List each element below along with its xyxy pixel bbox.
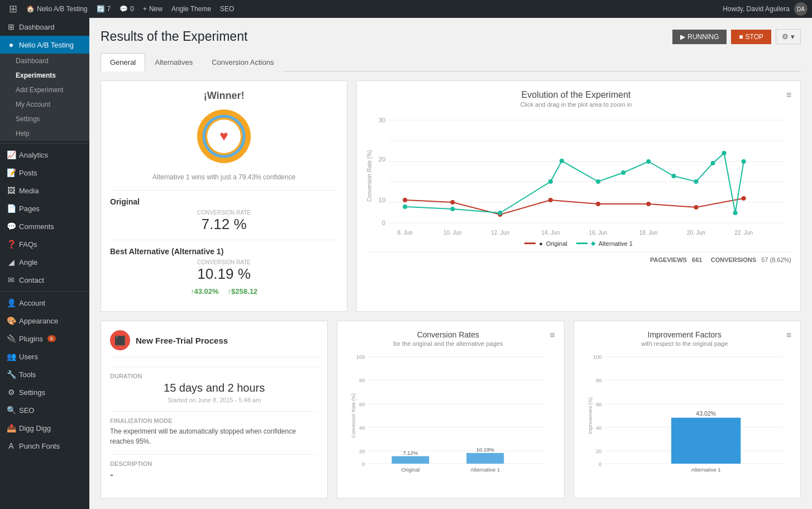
account-icon: 👤	[7, 298, 16, 307]
svg-text:80: 80	[359, 377, 365, 383]
running-button[interactable]: ▶ RUNNING	[672, 30, 727, 44]
sidebar-item-sub-my-account[interactable]: My Account	[0, 97, 89, 112]
svg-text:10: 10	[379, 197, 385, 203]
home-icon: 🏠	[26, 5, 35, 13]
tab-alternatives[interactable]: Alternatives	[145, 53, 202, 72]
evolution-chart-menu-icon[interactable]: ≡	[786, 90, 791, 100]
best-alt-section: Best Alternative (Alternative 1) CONVERS…	[110, 240, 338, 296]
sidebar-item-nelio[interactable]: ● Nelio A/B Testing	[0, 36, 89, 54]
sidebar-item-sub-dashboard[interactable]: Dashboard	[0, 54, 89, 68]
sidebar-item-sub-help[interactable]: Help	[0, 126, 89, 141]
svg-text:♥: ♥	[219, 127, 228, 144]
svg-point-33	[498, 211, 503, 215]
pages-icon: 📄	[7, 204, 16, 213]
svg-point-26	[548, 198, 553, 202]
improvement-menu-icon[interactable]: ≡	[786, 330, 791, 340]
nelio-icon: ●	[7, 40, 16, 49]
svg-point-44	[742, 159, 746, 164]
winner-subtitle: Alternative 1 wins with just a 79.43% co…	[110, 173, 338, 181]
sidebar-item-plugins[interactable]: 🔌 Plugins 6	[0, 330, 89, 348]
winner-card: ¡Winner! ♥ Alternative 1 wins with jus	[101, 80, 347, 312]
plus-icon: +	[143, 5, 147, 13]
evolution-chart-card: Evolution of the Experiment Click and dr…	[356, 80, 801, 312]
stop-button[interactable]: ■ STOP	[731, 30, 771, 44]
updates-button[interactable]: 🔄 7	[92, 0, 116, 18]
sidebar-item-digg-digg[interactable]: 📤 Digg Digg	[0, 419, 89, 437]
sidebar-item-sub-settings[interactable]: Settings	[0, 112, 89, 126]
user-avatar[interactable]: DA	[794, 2, 808, 16]
header-actions: ▶ RUNNING ■ STOP ⚙ ▾	[672, 29, 801, 44]
sidebar-item-posts[interactable]: 📝 Posts	[0, 164, 89, 182]
sidebar-item-sub-add-experiment[interactable]: Add Experiment	[0, 83, 89, 97]
svg-text:100: 100	[593, 354, 601, 360]
original-conv-label: CONVERSION RATE	[110, 210, 338, 216]
svg-text:80: 80	[596, 377, 602, 383]
svg-text:43.02%: 43.02%	[696, 410, 716, 417]
sidebar-item-appearance[interactable]: 🎨 Appearance	[0, 312, 89, 330]
sidebar-item-account[interactable]: 👤 Account	[0, 294, 89, 312]
svg-point-36	[596, 179, 600, 184]
sidebar-item-dashboard[interactable]: ⊞ Dashboard	[0, 18, 89, 36]
sidebar-item-pages[interactable]: 📄 Pages	[0, 199, 89, 217]
svg-text:Alternative 1: Alternative 1	[691, 467, 720, 473]
theme-button[interactable]: Angle Theme	[167, 0, 216, 18]
sidebar-item-media[interactable]: 🖼 Media	[0, 182, 89, 199]
admin-bar: ⊞ 🏠 Nelio A/B Testing 🔄 7 💬 0 + New Angl…	[0, 0, 812, 18]
svg-text:40: 40	[359, 425, 365, 431]
sidebar-item-contact[interactable]: ✉ Contact	[0, 271, 89, 289]
info-card-header: ⬛ New Free-Trial Process	[110, 330, 318, 358]
svg-text:18. Jun: 18. Jun	[639, 230, 658, 236]
sidebar-item-seo[interactable]: 🔍 SEO	[0, 401, 89, 419]
best-alt-conv-label: CONVERSION RATE	[110, 259, 338, 265]
svg-text:100: 100	[356, 354, 365, 360]
seo-icon: 🔍	[7, 406, 16, 415]
svg-text:40: 40	[596, 425, 602, 431]
posts-icon: 📝	[7, 168, 16, 177]
updates-icon: 🔄	[97, 5, 105, 13]
new-content-button[interactable]: + New	[138, 0, 167, 18]
settings-icon: ⚙	[7, 388, 16, 397]
finalization-label: Finalization Mode	[110, 411, 318, 424]
svg-text:20. Jun: 20. Jun	[687, 230, 705, 236]
svg-text:7.12%: 7.12%	[403, 450, 419, 456]
chevron-down-icon: ▾	[791, 32, 795, 41]
sidebar-item-settings[interactable]: ⚙ Settings	[0, 383, 89, 401]
svg-point-23	[403, 198, 407, 202]
svg-text:Improvement (%): Improvement (%)	[587, 397, 593, 434]
tab-general[interactable]: General	[101, 53, 145, 72]
finalization-text: The experiment will be automatically sto…	[110, 426, 318, 446]
sidebar-item-angle[interactable]: ◢ Angle	[0, 253, 89, 271]
duration-value: 15 days and 2 hours	[110, 382, 318, 394]
sidebar-item-faqs[interactable]: ❓ FAQs	[0, 235, 89, 253]
sidebar-item-punch-fonts[interactable]: A Punch Fonts	[0, 437, 89, 455]
pageviews-value: 661	[692, 256, 702, 263]
tab-conversion-actions[interactable]: Conversion Actions	[202, 53, 283, 72]
sidebar-item-sub-experiments[interactable]: Experiments	[0, 68, 89, 83]
fonts-icon: A	[7, 441, 16, 450]
description-label: Description	[110, 454, 318, 467]
svg-text:0: 0	[362, 461, 365, 467]
svg-text:Alternative 1: Alternative 1	[471, 467, 500, 473]
settings-button[interactable]: ⚙ ▾	[776, 29, 801, 44]
conv-rates-menu-icon[interactable]: ≡	[550, 330, 555, 340]
sidebar-item-analytics[interactable]: 📈 Analytics	[0, 146, 89, 164]
svg-point-41	[711, 161, 715, 165]
svg-text:0: 0	[382, 220, 385, 226]
legend-original: ● Original	[524, 240, 567, 247]
best-alt-label: Best Alternative (Alternative 1)	[110, 247, 338, 256]
comments-button[interactable]: 💬 0	[115, 0, 138, 18]
sidebar-item-comments[interactable]: 💬 Comments	[0, 217, 89, 235]
svg-rect-77	[671, 418, 741, 464]
svg-point-30	[742, 196, 746, 201]
improvement-chart-area: Improvement (%) 100 80 60 40 20	[583, 351, 791, 474]
wp-logo[interactable]: ⊞	[4, 0, 22, 18]
svg-text:16. Jun: 16. Jun	[589, 230, 608, 236]
seo-button[interactable]: SEO	[216, 0, 238, 18]
sidebar-item-users[interactable]: 👥 Users	[0, 348, 89, 365]
wp-icon: ⊞	[9, 3, 17, 15]
metric-dollar: ↑$258.12	[228, 287, 258, 296]
sidebar-item-tools[interactable]: 🔧 Tools	[0, 365, 89, 383]
winner-trophy: ♥	[196, 108, 252, 164]
site-name[interactable]: 🏠 Nelio A/B Testing	[22, 0, 92, 18]
svg-text:Conversion Rate (%): Conversion Rate (%)	[351, 393, 357, 438]
